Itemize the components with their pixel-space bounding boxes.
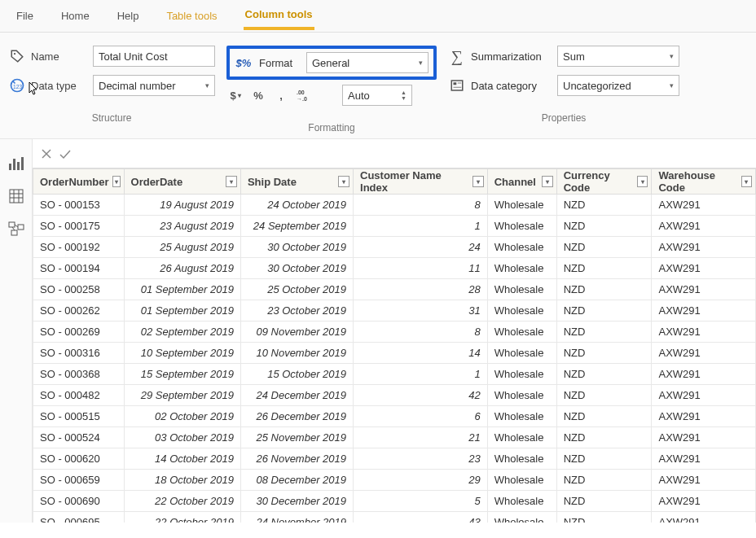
cell-order-date: 10 September 2019 [124, 343, 240, 364]
menu-table-tools[interactable]: Table tools [165, 3, 218, 28]
properties-title: Properties [448, 112, 679, 124]
filter-icon[interactable]: ▾ [112, 176, 121, 187]
model-view-button[interactable] [0, 212, 33, 245]
cell-order-date: 14 October 2019 [124, 448, 240, 470]
filter-icon[interactable]: ▾ [226, 176, 237, 187]
datatype-label: Data type [31, 80, 88, 92]
data-table: OrderNumber▾OrderDate▾Ship Date▾Customer… [33, 168, 756, 523]
filter-icon[interactable]: ▾ [542, 176, 553, 187]
cell-order-number: SO - 000620 [33, 448, 125, 470]
table-row[interactable]: SO - 00051502 October 201926 December 20… [33, 406, 756, 427]
filter-icon[interactable]: ▾ [472, 176, 484, 187]
cell-customer-index: 21 [354, 427, 488, 448]
cell-order-date: 02 October 2019 [124, 406, 240, 427]
menu-help[interactable]: Help [116, 3, 141, 28]
cell-warehouse: AXW291 [652, 216, 756, 237]
svg-point-0 [14, 53, 15, 55]
cell-currency: NZD [556, 512, 652, 523]
cell-channel: Wholesale [487, 258, 556, 279]
table-row[interactable]: SO - 00048229 September 201924 December … [33, 385, 756, 406]
spin-up-icon[interactable]: ▲ [401, 90, 407, 95]
filter-icon[interactable]: ▾ [637, 176, 648, 187]
cell-ship-date: 26 November 2019 [240, 448, 353, 470]
column-header[interactable]: OrderNumber▾ [33, 169, 125, 195]
column-header[interactable]: Ship Date▾ [240, 169, 353, 195]
svg-line-17 [15, 225, 18, 227]
table-row[interactable]: SO - 00069022 October 201930 December 20… [33, 491, 756, 512]
format-field[interactable]: General▾ [306, 52, 429, 73]
cell-channel: Wholesale [487, 512, 556, 523]
table-row[interactable]: SO - 00031610 September 201910 November … [33, 343, 756, 364]
table-row[interactable]: SO - 00019426 August 201930 October 2019… [33, 258, 756, 279]
cell-warehouse: AXW291 [652, 258, 756, 279]
table-row[interactable]: SO - 00026201 September 201923 October 2… [33, 300, 756, 321]
format-icon: $% [235, 54, 253, 72]
cell-customer-index: 42 [354, 385, 488, 406]
table-row[interactable]: SO - 00069522 October 201924 November 20… [33, 512, 756, 523]
cell-warehouse: AXW291 [652, 512, 756, 523]
cell-order-number: SO - 000515 [33, 406, 125, 427]
table-row[interactable]: SO - 00025801 September 201925 October 2… [33, 279, 756, 300]
cell-order-number: SO - 000690 [33, 491, 125, 512]
column-header[interactable]: Customer Name Index▾ [354, 169, 488, 195]
svg-rect-6 [454, 82, 457, 85]
cell-customer-index: 1 [354, 364, 488, 385]
summarization-field[interactable]: Sum▾ [557, 46, 679, 67]
table-row[interactable]: SO - 00062014 October 201926 November 20… [33, 448, 756, 470]
name-field[interactable]: Total Unit Cost [93, 46, 215, 67]
cell-customer-index: 11 [354, 258, 488, 279]
formula-input[interactable] [78, 147, 748, 160]
comma-button[interactable]: , [272, 86, 290, 104]
filter-icon[interactable]: ▾ [741, 176, 752, 187]
cell-warehouse: AXW291 [652, 385, 756, 406]
table-row[interactable]: SO - 00052403 October 201925 November 20… [33, 427, 756, 448]
svg-rect-9 [10, 190, 23, 203]
spin-down-icon[interactable]: ▼ [401, 95, 407, 101]
cell-order-date: 22 October 2019 [124, 491, 240, 512]
cell-order-number: SO - 000194 [33, 258, 125, 279]
main-area: OrderNumber▾OrderDate▾Ship Date▾Customer… [33, 139, 756, 523]
cell-currency: NZD [556, 385, 652, 406]
column-header[interactable]: Warehouse Code▾ [652, 169, 756, 195]
cell-customer-index: 23 [354, 448, 488, 470]
sigma-icon: ∑ [448, 47, 466, 65]
cell-channel: Wholesale [487, 300, 556, 321]
table-row[interactable]: SO - 00017523 August 201924 September 20… [33, 216, 756, 237]
category-field[interactable]: Uncategorized▾ [557, 75, 679, 96]
cell-customer-index: 5 [354, 491, 488, 512]
cell-warehouse: AXW291 [652, 195, 756, 216]
decimal-button[interactable]: .00→.0 [295, 86, 316, 104]
column-header[interactable]: Channel▾ [487, 169, 556, 195]
filter-icon[interactable]: ▾ [338, 176, 349, 187]
cell-order-number: SO - 000258 [33, 279, 125, 300]
percent-button[interactable]: % [249, 86, 267, 104]
datatype-field[interactable]: Decimal number▾ [93, 75, 215, 96]
cell-customer-index: 1 [354, 216, 488, 237]
cell-customer-index: 24 [354, 237, 488, 258]
table-row[interactable]: SO - 00026902 September 201909 November … [33, 321, 756, 343]
cell-ship-date: 24 October 2019 [240, 195, 353, 216]
cell-customer-index: 6 [354, 406, 488, 427]
table-row[interactable]: SO - 00065918 October 201908 December 20… [33, 470, 756, 491]
column-header[interactable]: OrderDate▾ [124, 169, 240, 195]
cell-currency: NZD [556, 300, 652, 321]
table-row[interactable]: SO - 00036815 September 201915 October 2… [33, 364, 756, 385]
cell-ship-date: 09 November 2019 [240, 321, 353, 343]
group-properties: ∑ Summarization Sum▾ Data category Uncat… [448, 46, 679, 129]
menu-column-tools[interactable]: Column tools [244, 2, 314, 30]
menu-home[interactable]: Home [59, 3, 91, 28]
column-header[interactable]: Currency Code▾ [556, 169, 652, 195]
cell-order-number: SO - 000192 [33, 237, 125, 258]
cell-order-date: 19 August 2019 [124, 195, 240, 216]
commit-icon[interactable] [59, 148, 72, 160]
currency-button[interactable]: $▾ [226, 86, 244, 104]
cell-ship-date: 24 November 2019 [240, 512, 353, 523]
decimal-places-field[interactable]: Auto ▲▼ [342, 85, 412, 106]
data-view-button[interactable] [0, 180, 33, 212]
cell-customer-index: 14 [354, 343, 488, 364]
menu-file[interactable]: File [15, 3, 35, 28]
report-view-button[interactable] [0, 147, 33, 180]
table-row[interactable]: SO - 00019225 August 201930 October 2019… [33, 237, 756, 258]
cancel-icon[interactable] [41, 148, 52, 160]
table-row[interactable]: SO - 00015319 August 201924 October 2019… [33, 195, 756, 216]
